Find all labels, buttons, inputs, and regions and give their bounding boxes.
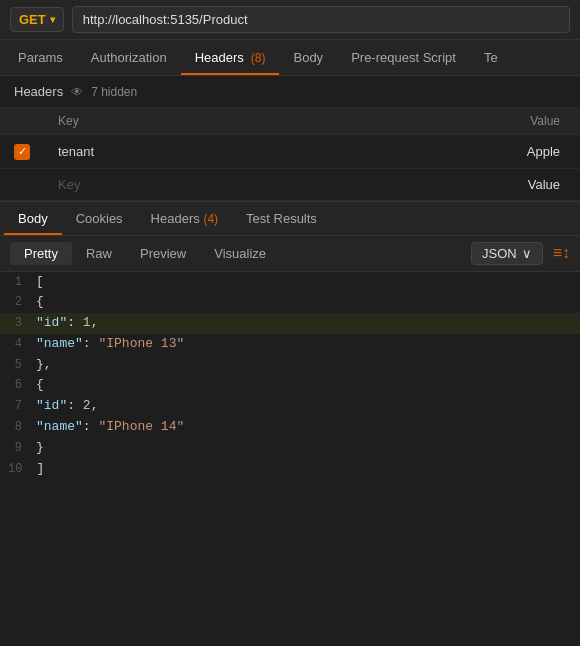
line-content: "id": 2, [36,396,98,417]
key-col-header: Key [44,108,306,135]
response-tab-nav: Body Cookies Headers (4) Test Results [0,202,580,236]
tab-body[interactable]: Body [279,40,337,75]
code-token: : [83,419,99,434]
tab-headers[interactable]: Headers (8) [181,40,280,75]
line-number: 8 [0,418,36,437]
line-content: ] [36,459,44,480]
headers-table: Key Value ✓ tenant Apple Key Value [0,108,580,201]
filter-icon[interactable]: ≡↕ [553,244,570,262]
code-line: 5 }, [0,355,580,376]
code-line: 6 { [0,375,580,396]
code-token: { [36,294,44,309]
value-col-header: Value [306,108,580,135]
code-line: 9 } [0,438,580,459]
line-content: "id": 1, [36,313,98,334]
table-row: ✓ tenant Apple [0,135,580,169]
line-number: 5 [0,356,36,375]
line-number: 3 [0,314,36,333]
line-content: [ [36,272,44,293]
line-content: { [36,292,44,313]
line-number: 9 [0,439,36,458]
checkbox-cell: ✓ [0,135,44,169]
code-token: "IPhone 14" [98,419,184,434]
code-token: "IPhone 13" [98,336,184,351]
vtab-pretty[interactable]: Pretty [10,242,72,265]
code-line: 2 { [0,292,580,313]
line-content: "name": "IPhone 14" [36,417,184,438]
code-token: : [67,398,83,413]
line-number: 4 [0,335,36,354]
tab-tests[interactable]: Te [470,40,512,75]
value-cell[interactable]: Apple [306,135,580,169]
code-token: , [91,398,99,413]
tab-authorization[interactable]: Authorization [77,40,181,75]
headers-label-row: Headers 👁 7 hidden [0,76,580,108]
code-line: 10] [0,459,580,480]
code-token: "name" [36,336,83,351]
eye-icon: 👁 [71,85,83,99]
empty-row: Key Value [0,168,580,200]
vtab-visualize[interactable]: Visualize [200,242,280,265]
method-chevron-icon: ▾ [50,14,55,25]
method-selector[interactable]: GET ▾ [10,7,64,32]
code-token: [ [36,274,44,289]
code-token: "name" [36,419,83,434]
line-content: } [36,438,44,459]
empty-key-cell[interactable]: Key [44,168,306,200]
line-number: 1 [0,273,36,292]
code-line: 1[ [0,272,580,293]
code-token: : [67,315,83,330]
code-token: }, [36,357,52,372]
line-number: 2 [0,293,36,312]
line-number: 10 [0,460,36,479]
code-token: { [36,377,44,392]
btab-headers[interactable]: Headers (4) [137,202,232,235]
code-token: 1 [83,315,91,330]
code-token: , [91,315,99,330]
line-content: { [36,375,44,396]
vtab-raw[interactable]: Raw [72,242,126,265]
tab-prerequest[interactable]: Pre-request Script [337,40,470,75]
line-number: 6 [0,376,36,395]
empty-value-cell[interactable]: Value [306,168,580,200]
code-area: 1[2 {3 "id": 1,4 "name": "IPhone 13"5 },… [0,272,580,480]
code-token: } [36,440,44,455]
line-content: "name": "IPhone 13" [36,334,184,355]
code-token: ] [36,461,44,476]
code-token: 2 [83,398,91,413]
checkbox-col-header [0,108,44,135]
code-line: 8 "name": "IPhone 14" [0,417,580,438]
format-dropdown[interactable]: JSON ∨ [471,242,543,265]
code-token: : [83,336,99,351]
vtab-preview[interactable]: Preview [126,242,200,265]
request-tab-nav: Params Authorization Headers (8) Body Pr… [0,40,580,76]
btab-cookies[interactable]: Cookies [62,202,137,235]
code-line: 4 "name": "IPhone 13" [0,334,580,355]
tab-params[interactable]: Params [4,40,77,75]
code-token: "id" [36,398,67,413]
code-line: 7 "id": 2, [0,396,580,417]
line-number: 7 [0,397,36,416]
view-tabs: Pretty Raw Preview Visualize JSON ∨ ≡↕ [0,236,580,272]
line-content: }, [36,355,52,376]
code-token: "id" [36,315,67,330]
empty-checkbox-cell [0,168,44,200]
method-label: GET [19,12,46,27]
url-bar: GET ▾ [0,0,580,40]
row-checkbox[interactable]: ✓ [14,144,30,160]
hidden-count: 7 hidden [91,85,137,99]
headers-label: Headers [14,84,63,99]
url-input[interactable] [72,6,570,33]
headers-section: Headers 👁 7 hidden Key Value ✓ tenant Ap… [0,76,580,202]
btab-test-results[interactable]: Test Results [232,202,331,235]
key-cell[interactable]: tenant [44,135,306,169]
btab-body[interactable]: Body [4,202,62,235]
code-line: 3 "id": 1, [0,313,580,334]
